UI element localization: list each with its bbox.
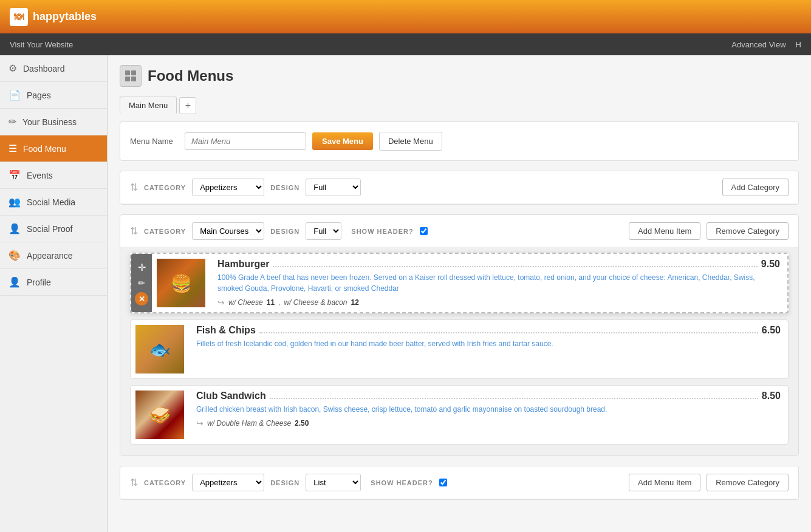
nav-right: Advanced View H bbox=[731, 40, 801, 49]
tab-main-menu[interactable]: Main Menu bbox=[120, 97, 177, 114]
sidebar-label-appearance: Appearance bbox=[27, 251, 73, 261]
category-select-2[interactable]: Main Courses Appetizers Desserts bbox=[192, 222, 264, 240]
delete-menu-button[interactable]: Delete Menu bbox=[379, 132, 442, 151]
category-label-2: CATEGORY bbox=[144, 228, 186, 235]
delete-icon-hamburger[interactable]: ✕ bbox=[135, 292, 148, 305]
item-controls-hamburger: ✛ ✏ ✕ bbox=[131, 254, 152, 312]
menu-name-input[interactable] bbox=[185, 132, 306, 150]
sidebar-item-dashboard[interactable]: ⚙ Dashboard bbox=[0, 55, 107, 82]
add-menu-item-button-3[interactable]: Add Menu Item bbox=[629, 474, 700, 491]
menu-name-label: Menu Name bbox=[130, 137, 179, 146]
sidebar-label-events: Events bbox=[27, 171, 53, 180]
hamburger-details: Hamburger 9.50 100% Grade A beef that ha… bbox=[210, 254, 787, 312]
pages-icon: 📄 bbox=[9, 89, 21, 101]
modifier-arrow-hamburger: ↪ bbox=[217, 298, 225, 307]
help-link[interactable]: H bbox=[796, 40, 801, 49]
sidebar: ⚙ Dashboard 📄 Pages ✏ Your Business ☰ Fo… bbox=[0, 55, 108, 532]
hamburger-mod1-label: w/ Cheese bbox=[228, 298, 263, 307]
menu-name-row: Menu Name Save Menu Delete Menu bbox=[130, 132, 789, 151]
fish-chips-price: 6.50 bbox=[762, 325, 781, 336]
sidebar-item-your-business[interactable]: ✏ Your Business bbox=[0, 109, 107, 135]
show-header-checkbox-3[interactable] bbox=[439, 479, 447, 486]
menu-item-club-sandwich: 🥪 Club Sandwich 8.50 Grilled chicken bre… bbox=[130, 385, 789, 445]
sidebar-item-social-media[interactable]: 👥 Social Media bbox=[0, 189, 107, 216]
category-section-1: ⇅ CATEGORY Appetizers Main Courses Desse… bbox=[120, 171, 799, 205]
sort-handle-1[interactable]: ⇅ bbox=[130, 182, 138, 193]
sidebar-item-appearance[interactable]: 🎨 Appearance bbox=[0, 242, 107, 269]
hamburger-desc: 100% Grade A beef that has never been fr… bbox=[217, 272, 780, 294]
profile-icon: 👤 bbox=[9, 276, 21, 288]
page-title: Food Menus bbox=[148, 67, 233, 84]
sort-handle-3[interactable]: ⇅ bbox=[130, 477, 138, 488]
sidebar-label-pages: Pages bbox=[27, 90, 51, 100]
food-menus-icon bbox=[120, 65, 142, 87]
add-tab-button[interactable]: + bbox=[179, 97, 196, 114]
remove-category-button-3[interactable]: Remove Category bbox=[707, 474, 789, 491]
sort-handle-2[interactable]: ⇅ bbox=[130, 225, 138, 237]
sidebar-label-food-menu: Food Menu bbox=[23, 144, 66, 154]
category-header-1: ⇅ CATEGORY Appetizers Main Courses Desse… bbox=[120, 171, 798, 204]
club-sandwich-name: Club Sandwich bbox=[196, 390, 266, 401]
food-menu-icon: ☰ bbox=[9, 143, 17, 154]
add-menu-item-button-2[interactable]: Add Menu Item bbox=[629, 222, 700, 240]
svg-rect-3 bbox=[131, 77, 136, 81]
category-header-2: ⇅ CATEGORY Main Courses Appetizers Desse… bbox=[120, 215, 798, 248]
social-proof-icon: 👤 bbox=[9, 223, 21, 234]
show-header-checkbox-2[interactable] bbox=[420, 227, 428, 235]
add-category-button-1[interactable]: Add Category bbox=[722, 179, 789, 196]
visit-website-link[interactable]: Visit Your Website bbox=[10, 40, 73, 49]
category-select-3[interactable]: Appetizers Main Courses Desserts bbox=[192, 474, 264, 491]
category-select-1[interactable]: Appetizers Main Courses Desserts bbox=[192, 179, 264, 196]
club-sandwich-name-price: Club Sandwich 8.50 bbox=[196, 390, 781, 401]
save-menu-button[interactable]: Save Menu bbox=[312, 132, 373, 150]
club-sandwich-image: 🥪 bbox=[135, 390, 184, 439]
club-sandwich-details: Club Sandwich 8.50 Grilled chicken breas… bbox=[189, 386, 788, 444]
advanced-view-link[interactable]: Advanced View bbox=[731, 40, 785, 49]
remove-category-button-2[interactable]: Remove Category bbox=[707, 222, 789, 240]
gear-icon: ⚙ bbox=[9, 63, 17, 74]
main-layout: ⚙ Dashboard 📄 Pages ✏ Your Business ☰ Fo… bbox=[0, 55, 811, 532]
sidebar-item-social-proof[interactable]: 👤 Social Proof bbox=[0, 216, 107, 242]
category-label-1: CATEGORY bbox=[144, 184, 186, 191]
menu-item-hamburger: ✛ ✏ ✕ 🍔 Hamburger 9.50 100% Grade A beef… bbox=[130, 253, 789, 313]
sidebar-item-pages[interactable]: 📄 Pages bbox=[0, 82, 107, 109]
design-label-1: DESIGN bbox=[270, 184, 299, 191]
fish-chips-details: Fish & Chips 6.50 Fillets of fresh Icela… bbox=[189, 320, 788, 378]
show-header-label-3: SHOW HEADER? bbox=[371, 479, 433, 486]
sidebar-label-your-business: Your Business bbox=[22, 117, 77, 127]
events-icon: 📅 bbox=[9, 169, 21, 181]
design-select-3[interactable]: List Full Compact bbox=[306, 474, 361, 491]
logo-icon: 🍽 bbox=[10, 8, 28, 26]
hamburger-mod2-label: w/ Cheese & bacon bbox=[284, 298, 347, 307]
club-sandwich-desc: Grilled chicken breast with Irish bacon,… bbox=[196, 404, 781, 415]
hamburger-dots bbox=[273, 266, 758, 267]
fish-chips-name: Fish & Chips bbox=[196, 325, 256, 336]
design-select-1[interactable]: Full List Compact bbox=[306, 179, 361, 196]
design-select-2[interactable]: Full List bbox=[306, 222, 341, 240]
hamburger-name-price: Hamburger 9.50 bbox=[217, 259, 780, 270]
club-sandwich-price: 8.50 bbox=[762, 390, 781, 401]
sidebar-item-food-menu[interactable]: ☰ Food Menu bbox=[0, 135, 107, 162]
svg-rect-2 bbox=[125, 77, 130, 81]
show-header-label-2: SHOW HEADER? bbox=[351, 228, 413, 235]
svg-rect-1 bbox=[131, 70, 136, 75]
sidebar-label-dashboard: Dashboard bbox=[23, 64, 65, 73]
sidebar-item-events[interactable]: 📅 Events bbox=[0, 162, 107, 189]
logo-area: 🍽 happytables bbox=[10, 8, 97, 26]
sidebar-item-profile[interactable]: 👤 Profile bbox=[0, 269, 107, 296]
edit-icon: ✏ bbox=[9, 116, 16, 128]
fish-chips-desc: Fillets of fresh Icelandic cod, golden f… bbox=[196, 338, 781, 349]
club-mod1-price: 2.50 bbox=[295, 419, 309, 428]
category-section-3: ⇅ CATEGORY Appetizers Main Courses Desse… bbox=[120, 466, 799, 500]
move-icon-hamburger[interactable]: ✛ bbox=[135, 261, 148, 274]
club-sandwich-dots bbox=[270, 398, 758, 399]
social-media-icon: 👥 bbox=[9, 196, 21, 208]
nav-bar: Visit Your Website Advanced View H bbox=[0, 33, 811, 55]
hamburger-modifiers: ↪ w/ Cheese 11 , w/ Cheese & bacon 12 bbox=[217, 298, 780, 307]
svg-rect-0 bbox=[125, 70, 130, 75]
sidebar-label-profile: Profile bbox=[27, 278, 51, 287]
menu-settings-panel: Menu Name Save Menu Delete Menu bbox=[120, 121, 799, 161]
club-sandwich-modifiers: ↪ w/ Double Ham & Cheese 2.50 bbox=[196, 418, 781, 428]
edit-icon-hamburger[interactable]: ✏ bbox=[135, 276, 148, 290]
design-label-3: DESIGN bbox=[270, 479, 299, 486]
